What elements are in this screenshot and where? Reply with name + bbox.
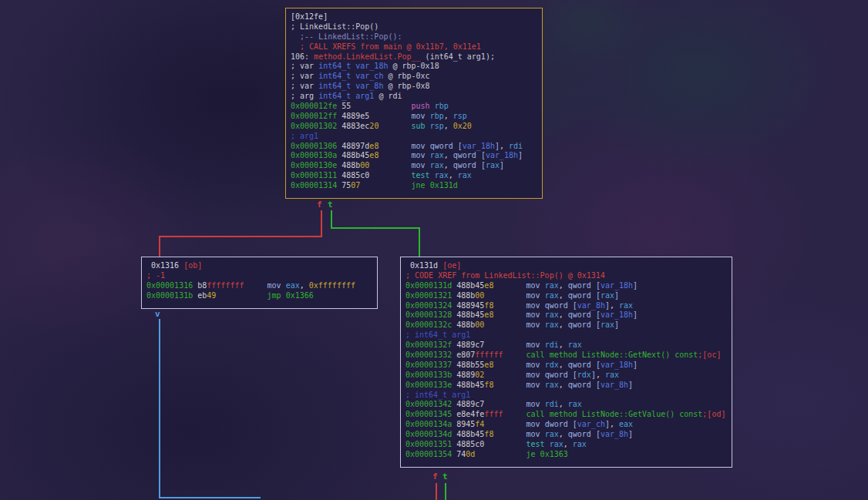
asm-instruction-line: 0x00001351 4885c0 test rax, rax — [405, 440, 732, 450]
edge-label-false: f — [317, 200, 322, 209]
disassembly-listing: 0x131d [oe]; CODE XREF from LinkedList::… — [405, 261, 732, 460]
asm-instruction-line: 0x0000133e 488b45f8 mov rax, qword [var_… — [405, 381, 732, 391]
asm-comment-line: 0x131d [oe] — [405, 261, 732, 271]
asm-instruction-line: 0x0000132c 488b00 mov rax, qword [rax] — [405, 320, 732, 331]
graph-node-entry-0x12fe[interactable]: [0x12fe]; LinkedList::Pop() ;-- LinkedLi… — [285, 8, 543, 199]
edge-true-branch — [331, 210, 332, 229]
asm-instruction-line: 0x0000134a 8945f4 mov dword [var_ch], ea… — [405, 420, 732, 430]
edge-jump — [159, 497, 261, 498]
asm-comment-line: ; CODE XREF from LinkedList::Pop() @ 0x1… — [405, 271, 732, 281]
asm-comment-line: ; arg1 — [291, 132, 542, 142]
edge-jump — [159, 319, 160, 498]
asm-instruction-line: 0x00001306 48897de8 mov qword [var_18h],… — [291, 142, 542, 152]
asm-instruction-line: 0x00001337 488b55e8 mov rdx, qword [var_… — [405, 361, 732, 371]
disassembly-listing: 0x1316 [ob]; -10x00001316 b8ffffffff mov… — [146, 261, 377, 301]
edge-false-branch — [159, 236, 160, 257]
asm-instruction-line: 0x00001314 7507 jne 0x131d — [291, 181, 542, 191]
edge-true-branch — [331, 227, 420, 229]
asm-comment-line: ; var int64_t var_8h @ rbp-0x8 — [291, 82, 542, 92]
edge-false-branch — [321, 210, 322, 237]
asm-comment-line: ; var int64_t var_18h @ rbp-0x18 — [291, 62, 542, 72]
edge-true-branch — [419, 227, 420, 257]
asm-instruction-line: 0x00001324 488945f8 mov qword [var_8h], … — [405, 301, 732, 311]
asm-comment-line: 106: method.LinkedList.Pop__ (int64_t ar… — [291, 52, 542, 62]
graph-node-0x1316[interactable]: 0x1316 [ob]; -10x00001316 b8ffffffff mov… — [141, 257, 378, 309]
asm-comment-line: ;-- LinkedList::Pop(): — [291, 32, 542, 42]
asm-instruction-line: 0x000012fe 55 push rbp — [291, 102, 542, 112]
asm-instruction-line: 0x0000134d 488b45f8 mov rax, qword [var_… — [405, 430, 732, 440]
asm-instruction-line: 0x00001328 488b45e8 mov rax, qword [var_… — [405, 310, 732, 320]
asm-instruction-line: 0x00001354 740d je 0x1363 — [405, 450, 732, 460]
asm-instruction-line: 0x0000131d 488b45e8 mov rax, qword [var_… — [405, 281, 732, 291]
asm-instruction-line: 0x0000130e 488b00 mov rax, qword [rax] — [291, 161, 542, 171]
asm-comment-line: ; arg int64_t arg1 @ rdi — [291, 92, 542, 102]
edge-false-branch — [159, 236, 322, 237]
asm-comment-line: ; LinkedList::Pop() — [291, 22, 542, 32]
edge-true-branch — [445, 483, 446, 500]
disassembly-listing: [0x12fe]; LinkedList::Pop() ;-- LinkedLi… — [291, 12, 542, 191]
edge-label-false: f — [432, 472, 438, 481]
asm-instruction-line: 0x00001321 488b00 mov rax, qword [rax] — [405, 291, 732, 301]
asm-instruction-line: 0x00001302 4883ec20 sub rsp, 0x20 — [291, 122, 542, 132]
asm-instruction-line: 0x00001332 e807ffffff call method ListNo… — [405, 351, 732, 361]
asm-comment-line: ; int64_t arg1 — [405, 331, 732, 341]
asm-comment-line: 0x1316 [ob] — [146, 261, 377, 271]
edge-label-jump: v — [155, 310, 160, 318]
edge-false-branch — [436, 483, 437, 500]
graph-node-0x131d[interactable]: 0x131d [oe]; CODE XREF from LinkedList::… — [400, 257, 732, 468]
asm-instruction-line: 0x000012ff 4889e5 mov rbp, rsp — [291, 112, 542, 122]
asm-instruction-line: 0x00001316 b8ffffffff mov eax, 0xfffffff… — [146, 281, 377, 291]
asm-instruction-line: 0x00001345 e8e4feffff call method ListNo… — [405, 410, 732, 420]
asm-instruction-line: 0x0000133b 488902 mov qword [rdx], rax — [405, 371, 732, 381]
asm-comment-line: ; int64_t arg1 — [405, 391, 732, 401]
asm-instruction-line: 0x0000131b eb49 jmp 0x1366 — [146, 291, 377, 301]
asm-instruction-line: 0x00001311 4885c0 test rax, rax — [291, 171, 542, 181]
asm-comment-line: ; CALL XREFS from main @ 0x11b7, 0x11e1 — [291, 42, 542, 52]
edge-label-true: t — [328, 200, 333, 209]
disassembly-graph-view: [0x12fe]; LinkedList::Pop() ;-- LinkedLi… — [0, 0, 868, 500]
asm-comment-line: ; -1 — [146, 271, 377, 281]
asm-instruction-line: 0x0000130a 488b45e8 mov rax, qword [var_… — [291, 151, 542, 161]
asm-comment-line: [0x12fe] — [291, 12, 542, 22]
asm-comment-line: ; var int64_t var_ch @ rbp-0xc — [291, 72, 542, 82]
asm-instruction-line: 0x0000132f 4889c7 mov rdi, rax — [405, 341, 732, 351]
asm-instruction-line: 0x00001342 4889c7 mov rdi, rax — [405, 400, 732, 410]
edge-label-true: t — [442, 472, 448, 481]
